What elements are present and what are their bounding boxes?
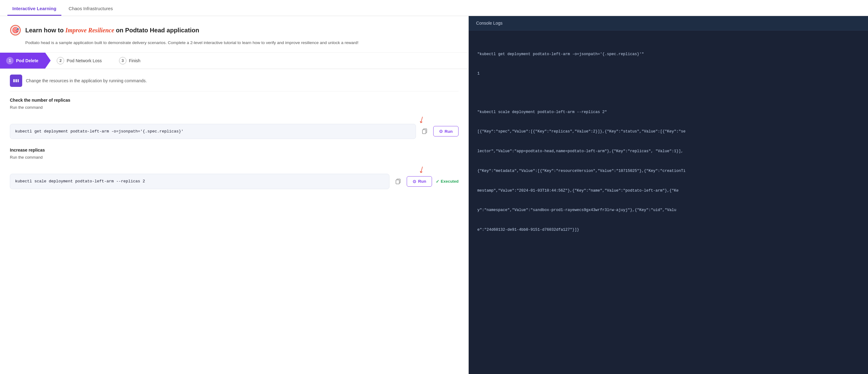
console-line-9: e":"24d60132-de91-4bb0-9151-d76032dfa127… (477, 227, 859, 233)
steps-bar: 1 Pod Delete 2 Pod Network Loss 3 Finish (0, 53, 468, 69)
console-title: Console Logs (476, 21, 503, 26)
learn-header: 🎯 Learn how to Improve Resilience on Pod… (0, 16, 468, 53)
svg-rect-8 (396, 180, 399, 184)
section-description: Change the resources in the application … (26, 78, 147, 83)
console-line-7: mestamp","Value":"2024-01-03T10:44:56Z"}… (477, 188, 859, 194)
console-line-6: {"Key":"metadata","Value":[{"Key":"resou… (477, 168, 859, 174)
tab-chaos-infrastructures[interactable]: Chaos Infrastructures (64, 2, 118, 16)
executed-label: ✓ Executed (436, 179, 459, 184)
section-header: Change the resources in the application … (10, 69, 459, 92)
title-highlight: Improve Resilience (65, 27, 114, 34)
svg-rect-4 (18, 79, 19, 82)
copy-button-1[interactable] (420, 126, 430, 136)
console-line-3: "kubectl scale deployment podtato-left-a… (477, 109, 859, 115)
command-1-section-label: Check the number of replicas (10, 98, 459, 103)
step-pod-delete[interactable]: 1 Pod Delete (0, 53, 51, 69)
command-icon (13, 77, 20, 84)
left-panel: 🎯 Learn how to Improve Resilience on Pod… (0, 16, 469, 374)
console-spacer (477, 90, 859, 96)
step-1-number: 1 (6, 57, 13, 64)
command-section-2: Increase replicas Run the command ↓ kube… (10, 147, 459, 189)
step-pod-network-loss[interactable]: 2 Pod Network Loss (51, 53, 111, 69)
step-1-label: Pod Delete (16, 58, 38, 63)
command-2-code: kubectl scale deployment podtato-left-ar… (10, 174, 390, 189)
step-3-label: Finish (129, 58, 140, 63)
run-button-2-label: Run (418, 179, 426, 183)
console-line-1: "kubectl get deployment podtato-left-arm… (477, 51, 859, 58)
command-section-1: Check the number of replicas Run the com… (10, 98, 459, 139)
svg-rect-3 (16, 79, 17, 82)
console-header: Console Logs (469, 16, 868, 31)
run-button-1-label: Run (445, 129, 453, 134)
content-area: Change the resources in the application … (0, 69, 468, 208)
console-panel: Console Logs "kubectl get deployment pod… (469, 16, 868, 374)
copy-icon-2 (395, 179, 401, 184)
page-title: Learn how to Improve Resilience on Podta… (25, 27, 199, 34)
run-icon-2: ⊙ (412, 179, 416, 184)
learn-title-row: 🎯 Learn how to Improve Resilience on Pod… (10, 25, 459, 36)
svg-text:🎯: 🎯 (12, 27, 19, 34)
step-finish[interactable]: 3 Finish (113, 53, 149, 69)
run-button-2[interactable]: ⊙ Run (407, 176, 432, 187)
section-icon (10, 74, 22, 87)
run-icon-1: ⊙ (439, 129, 443, 134)
console-line-2: 1 (477, 71, 859, 77)
copy-icon-1 (422, 129, 427, 134)
command-1-code: kubectl get deployment podtato-left-arm … (10, 124, 416, 139)
top-nav: Interactive Learning Chaos Infrastructur… (0, 0, 868, 16)
step-3-number: 3 (119, 57, 126, 64)
command-1-run-label: Run the command (10, 105, 459, 110)
command-2-run-label: Run the command (10, 155, 459, 160)
copy-button-2[interactable] (393, 176, 403, 186)
step-2-number: 2 (57, 57, 64, 64)
main-layout: 🎯 Learn how to Improve Resilience on Pod… (0, 16, 868, 374)
console-line-5: lector","Value":"app=podtato-head,name=p… (477, 148, 859, 155)
executed-check-icon: ✓ (436, 179, 439, 184)
svg-rect-6 (423, 130, 426, 134)
command-1-row: kubectl get deployment podtato-left-arm … (10, 124, 459, 139)
tab-interactive-learning[interactable]: Interactive Learning (7, 2, 61, 16)
svg-rect-2 (13, 79, 15, 82)
resilience-icon: 🎯 (10, 25, 21, 36)
executed-text: Executed (441, 179, 459, 183)
run-button-1[interactable]: ⊙ Run (433, 126, 459, 136)
learn-description: Podtato head is a sample application bui… (25, 39, 459, 46)
command-2-row: kubectl scale deployment podtato-left-ar… (10, 174, 459, 189)
step-2-label: Pod Network Loss (67, 58, 102, 63)
console-line-4: [{"Key":"spec","Value":[{"Key":"replicas… (477, 129, 859, 135)
command-2-section-label: Increase replicas (10, 147, 459, 152)
console-body: "kubectl get deployment podtato-left-arm… (469, 31, 868, 254)
console-line-8: y":"namespace","Value":"sandbox-prod1-ra… (477, 207, 859, 213)
